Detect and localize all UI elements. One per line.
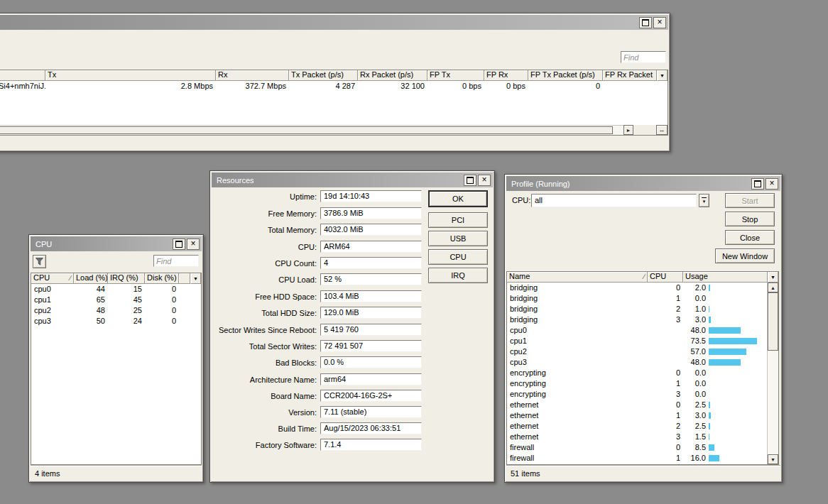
table-row[interactable]: cpu257.0 [507,346,768,357]
field-value[interactable]: 19d 14:10:43 [320,190,422,202]
table-row[interactable]: ethernet31.5 [507,432,768,442]
field-value[interactable]: 7.11 (stable) [320,406,422,418]
close-button[interactable]: × [478,175,491,186]
column-header-fp-tx-packet-p-s[interactable]: FP Tx Packet (p/s) [528,70,603,81]
irq-button[interactable]: IRQ [428,268,488,283]
new-window-button[interactable]: New Window [715,248,775,263]
column-header-rx[interactable]: Rx [216,70,289,81]
table-row[interactable]: cpu350240 [31,316,201,327]
field-value[interactable]: 103.4 MiB [320,290,422,302]
column-header-col[interactable] [179,273,190,284]
maximize-button[interactable] [639,17,652,28]
filter-button[interactable] [33,255,46,268]
column-header-fp-tx[interactable]: FP Tx [427,70,484,81]
table-row[interactable]: bridging21.0 [507,304,768,314]
find-input[interactable] [621,51,666,63]
field-label: Factory Software: [212,441,320,449]
maximize-button[interactable] [751,178,764,190]
table-row[interactable]: bridging02.0 [507,283,768,293]
column-header-usage[interactable]: Usage [683,272,768,283]
cpu-select-value[interactable]: all [531,194,697,207]
usage-value: 2.5 [683,421,706,432]
close-button[interactable]: × [187,239,200,250]
table-row[interactable]: encrypting00.0 [507,368,768,378]
scroll-down-button[interactable]: ▼ [768,454,778,464]
field-value[interactable]: 4032.0 MiB [320,224,422,236]
profile-titlebar[interactable]: Profile (Running) × [506,176,780,191]
close-button[interactable]: × [653,17,666,28]
table-row[interactable]: cpu173.5 [507,336,768,346]
column-header-tx[interactable]: Tx [45,70,216,81]
close-button[interactable]: Close [725,230,775,245]
field-value[interactable]: 7.1.4 [320,439,422,451]
field-label: Sector Writes Since Reboot: [212,326,320,334]
column-header-fp-rx-packet[interactable]: FP Rx Packet [603,70,657,81]
table-row[interactable]: firewall116.0 [507,453,768,464]
table-row[interactable]: firewall08.5 [507,442,768,453]
field-value[interactable]: Aug/15/2023 06:33:51 [320,422,422,434]
column-header-load[interactable]: Load (%) [74,273,108,284]
resources-titlebar[interactable]: Resources × [212,172,493,187]
column-header-cpu[interactable]: CPU∕ [31,273,74,284]
cpu-titlebar[interactable]: CPU × [31,236,202,251]
table-row[interactable]: bridging10.0 [507,293,768,304]
table-row[interactable]: cpu348.0 [507,357,768,368]
column-header-cpu[interactable]: CPU [648,272,683,283]
scroll-right-button[interactable]: ► [623,125,633,135]
table-row[interactable]: encrypting10.0 [507,378,768,389]
stop-button[interactable]: Stop [725,212,775,226]
cpu-select-dropdown-button[interactable]: ▼ [699,194,709,207]
table-row[interactable]: cpu165450 [31,295,201,305]
scroll-up-button[interactable]: ▲ [768,283,778,292]
find-input[interactable] [153,255,199,267]
close-button[interactable]: × [766,178,778,190]
profile-table-header: Name∕CPUUsage▼ [507,272,778,283]
field-value[interactable]: arm64 [320,373,422,385]
field-value[interactable]: 3786.9 MiB [320,207,422,219]
start-button[interactable]: Start [725,193,775,208]
hscroll-thumb[interactable] [0,126,613,134]
field-value[interactable]: 5 419 760 [320,324,422,336]
column-selector-button[interactable]: ▼ [190,273,201,284]
column-header-irq[interactable]: IRQ (%) [108,273,145,284]
traffic-titlebar[interactable]: × [0,15,668,30]
cell: 0 [145,284,179,295]
table-row[interactable]: ethernet13.0 [507,410,768,421]
column-selector-button[interactable]: ▼ [657,70,668,81]
vscroll-track[interactable] [768,292,778,454]
table-row[interactable]: cpu044150 [31,284,201,295]
column-header-rx-packet-p-s[interactable]: Rx Packet (p/s) [358,70,427,81]
usage-bar [709,338,757,344]
maximize-button[interactable] [173,239,185,250]
field-value[interactable]: ARM64 [320,241,422,253]
usb-button[interactable]: USB [428,231,488,246]
ok-button[interactable]: OK [428,190,488,207]
field-value[interactable]: 0.0 % [320,356,422,368]
hscroll-track[interactable] [0,125,623,135]
table-row[interactable]: bridging33.0 [507,314,768,325]
pci-button[interactable]: PCI [428,212,488,228]
column-header-name[interactable]: Name∕ [507,272,648,283]
column-header-disk[interactable]: Disk (%) [145,273,179,284]
field-value[interactable]: 4 [320,257,422,269]
column-header-tx-packet-p-s[interactable]: Tx Packet (p/s) [289,70,358,81]
usage-value: 16.0 [683,453,706,464]
table-row[interactable]: ethernet22.5 [507,421,768,432]
column-header-fp-rx[interactable]: FP Rx [484,70,528,81]
field-value[interactable]: 52 % [320,273,422,285]
table-row[interactable]: ethernet02.5 [507,400,768,410]
table-row[interactable]: encrypting30.0 [507,389,768,400]
column-selector-button[interactable]: ▼ [768,272,778,283]
field-value[interactable]: CCR2004-16G-2S+ [320,390,422,402]
table-row[interactable]: cpu248250 [31,305,201,316]
fit-columns-button[interactable]: ↔ [656,125,668,135]
maximize-button[interactable] [464,175,476,186]
column-header-col[interactable] [0,70,45,81]
field-value[interactable]: 129.0 MiB [320,307,422,319]
table-row[interactable]: cpu048.0 [507,325,768,336]
cpu-button[interactable]: CPU [428,249,488,265]
table-row[interactable]: Si4+nmh7niJ...2.8 Mbps372.7 Mbps4 28732 … [0,81,668,92]
cell: Si4+nmh7niJ... [0,81,45,92]
vscroll-thumb[interactable] [768,292,778,351]
field-value[interactable]: 72 491 507 [320,340,422,352]
